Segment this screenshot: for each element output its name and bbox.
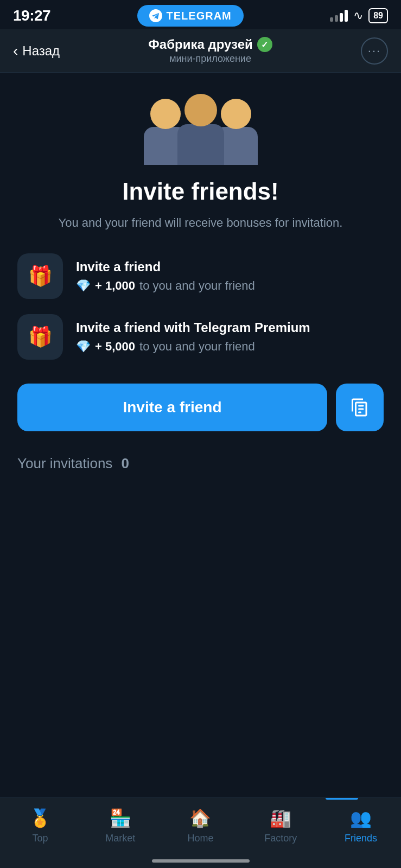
top-icon: 🏅 (29, 808, 51, 828)
reward-icon-box-1: 🎁 (17, 253, 63, 299)
person-body-center (177, 124, 224, 165)
person-head-center (184, 94, 217, 126)
home-icon: 🏠 (189, 808, 211, 828)
reward-desc-2: 💎 + 5,000 to you and your friend (76, 340, 310, 354)
reward-amount-2: + 5,000 (95, 340, 135, 354)
svg-rect-2 (358, 412, 361, 413)
reward-text-2: Invite a friend with Telegram Premium 💎 … (76, 320, 310, 354)
diamond-icon-2: 💎 (76, 340, 91, 354)
back-button[interactable]: ‹ Назад (13, 42, 60, 60)
telegram-badge: TELEGRAM (137, 5, 244, 27)
reward-suffix-1: to you and your friend (139, 279, 255, 293)
nav-item-factory[interactable]: 🏭 Factory (240, 808, 321, 844)
factory-icon: 🏭 (270, 808, 291, 828)
more-dots-icon: ··· (368, 44, 381, 58)
svg-rect-1 (358, 409, 364, 410)
bottom-nav: 🏅 Top 🏪 Market 🏠 Home 🏭 Factory 👥 Friend… (0, 797, 401, 868)
buttons-row: Invite a friend (17, 384, 384, 431)
market-icon: 🏪 (110, 808, 131, 828)
gift-icon-1: 🎁 (28, 265, 53, 288)
wifi-icon: ∿ (353, 9, 363, 23)
nav-label-home: Home (187, 833, 213, 844)
person-center (177, 94, 224, 165)
reward-suffix-2: to you and your friend (139, 340, 255, 354)
back-label: Назад (22, 43, 60, 59)
reward-icon-box-2: 🎁 (17, 314, 63, 360)
person-head-right (221, 99, 251, 129)
nav-item-market[interactable]: 🏪 Market (80, 808, 161, 844)
active-nav-indicator (326, 798, 358, 800)
people-illustration (144, 94, 258, 165)
reward-desc-1: 💎 + 1,000 to you and your friend (76, 279, 255, 293)
reward-card-2: 🎁 Invite a friend with Telegram Premium … (17, 314, 384, 360)
invitations-count: 0 (121, 455, 129, 472)
gift-icon-2: 🎁 (28, 326, 53, 348)
main-content: Invite friends! You and your friend will… (0, 73, 401, 472)
status-bar: 19:27 TELEGRAM ∿ 89 (0, 0, 401, 29)
signal-icon (330, 10, 348, 22)
app-title-text: Фабрика друзей (148, 37, 252, 52)
battery-icon: 89 (368, 8, 388, 23)
hero-title: Invite friends! (122, 178, 279, 205)
svg-rect-0 (358, 405, 364, 407)
telegram-label: TELEGRAM (167, 10, 232, 22)
reward-card-1: 🎁 Invite a friend 💎 + 1,000 to you and y… (17, 253, 384, 299)
header-title-block: Фабрика друзей ✓ мини-приложение (148, 37, 272, 65)
invitations-label: Your invitations (17, 455, 112, 472)
more-button[interactable]: ··· (361, 37, 388, 65)
friends-icon: 👥 (350, 808, 372, 828)
nav-item-home[interactable]: 🏠 Home (161, 808, 241, 844)
reward-text-1: Invite a friend 💎 + 1,000 to you and you… (76, 259, 255, 293)
copy-icon (350, 398, 370, 417)
nav-label-top: Top (32, 833, 48, 844)
reward-title-1: Invite a friend (76, 259, 255, 275)
invitations-row: Your invitations 0 (17, 455, 384, 472)
nav-item-friends[interactable]: 👥 Friends (321, 808, 401, 844)
nav-label-market: Market (105, 833, 135, 844)
nav-item-top[interactable]: 🏅 Top (0, 808, 80, 844)
copy-link-button[interactable] (336, 384, 384, 431)
home-indicator (152, 859, 250, 863)
reward-amount-1: + 1,000 (95, 279, 135, 293)
telegram-logo-icon (149, 9, 162, 22)
header-app-name: Фабрика друзей ✓ (148, 37, 272, 52)
hero-subtitle: You and your friend will receive bonuses… (59, 214, 343, 232)
hero-section: Invite friends! You and your friend will… (17, 94, 384, 232)
back-chevron-icon: ‹ (13, 42, 18, 60)
verified-icon: ✓ (257, 37, 272, 52)
reward-title-2: Invite a friend with Telegram Premium (76, 320, 310, 335)
invite-friend-button[interactable]: Invite a friend (17, 384, 327, 431)
status-icons: ∿ 89 (330, 8, 388, 23)
app-header: ‹ Назад Фабрика друзей ✓ мини-приложение… (0, 29, 401, 73)
status-time: 19:27 (13, 7, 50, 24)
nav-label-friends: Friends (345, 833, 377, 844)
person-head-left (150, 99, 181, 129)
diamond-icon-1: 💎 (76, 279, 91, 293)
header-subtitle: мини-приложение (148, 53, 272, 65)
nav-label-factory: Factory (264, 833, 297, 844)
